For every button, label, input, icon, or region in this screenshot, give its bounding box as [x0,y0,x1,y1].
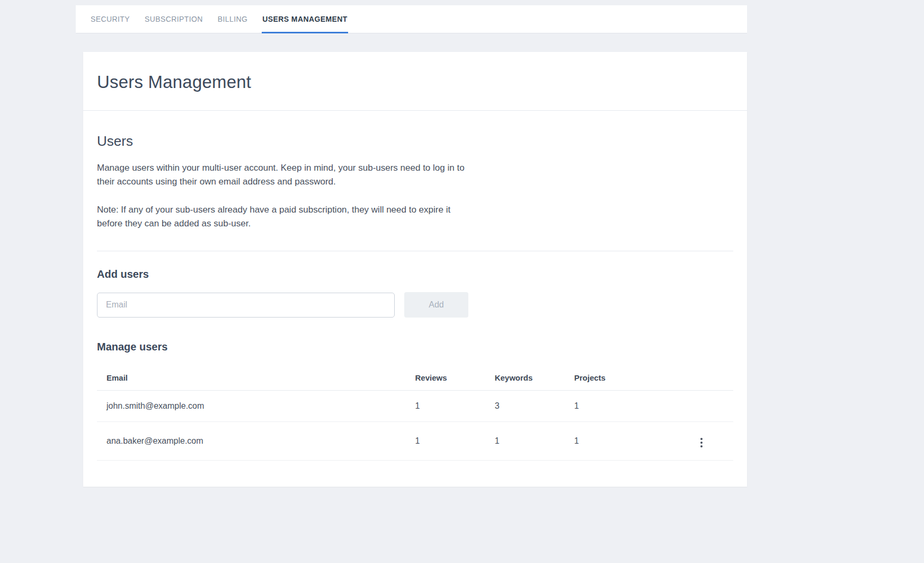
user-actions [670,422,733,461]
card-body: Users Manage users within your multi-use… [83,133,747,482]
tab-billing[interactable]: BILLING [217,5,248,33]
user-projects: 1 [574,391,670,422]
user-projects: 1 [574,422,670,461]
table-header-row: Email Reviews Keywords Projects [97,365,733,391]
tab-subscription[interactable]: SUBSCRIPTION [144,5,203,33]
user-reviews: 1 [415,422,495,461]
page-title: Users Management [97,72,733,92]
user-email: john.smith@example.com [97,391,415,422]
kebab-menu-icon[interactable] [696,436,707,450]
tab-security[interactable]: SECURITY [90,5,130,33]
user-reviews: 1 [415,391,495,422]
manage-users-heading: Manage users [97,341,733,353]
column-header-keywords: Keywords [495,365,574,391]
users-table: Email Reviews Keywords Projects john.smi… [97,365,733,461]
users-section-heading: Users [97,133,733,149]
add-users-heading: Add users [97,268,733,280]
users-management-card: Users Management Users Manage users with… [83,52,747,487]
add-button[interactable]: Add [404,292,468,318]
card-header: Users Management [83,52,747,111]
section-divider [97,251,733,251]
user-email: ana.baker@example.com [97,422,415,461]
add-users-row: Add [97,292,733,318]
user-keywords: 3 [495,391,574,422]
column-header-reviews: Reviews [415,365,495,391]
page: SECURITY SUBSCRIPTION BILLING USERS MANA… [0,0,924,563]
table-row: ana.baker@example.com 1 1 1 [97,422,733,461]
user-keywords: 1 [495,422,574,461]
tab-users-management[interactable]: USERS MANAGEMENT [262,5,348,33]
column-header-projects: Projects [574,365,670,391]
users-note: Note: If any of your sub-users already h… [97,203,468,231]
column-header-actions [670,365,733,391]
user-actions [670,391,733,422]
email-input[interactable] [97,293,395,318]
users-description: Manage users within your multi-user acco… [97,161,468,189]
table-row: john.smith@example.com 1 3 1 [97,391,733,422]
tab-bar: SECURITY SUBSCRIPTION BILLING USERS MANA… [76,5,747,33]
column-header-email: Email [97,365,415,391]
